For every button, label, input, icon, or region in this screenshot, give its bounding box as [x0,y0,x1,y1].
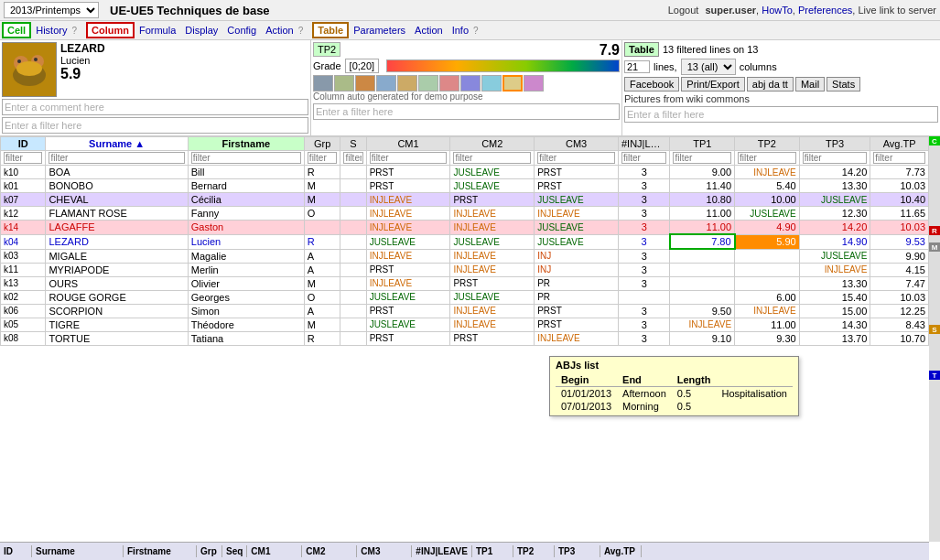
filter-id-input[interactable] [4,152,42,164]
table-cell[interactable]: INJLEAVE [450,304,535,318]
scroll-s-indicator[interactable]: S [929,325,940,334]
table-cell[interactable]: 15.00 [799,304,870,318]
table-cell[interactable]: INJLEAVE [450,221,535,235]
table-cell[interactable]: k06 [1,304,46,318]
table-cell[interactable]: 7.47 [870,276,929,290]
filter-tp1-input[interactable] [673,152,731,164]
table-cell[interactable]: PRST [366,263,450,276]
table-cell[interactable]: 3 [618,318,669,331]
table-cell[interactable] [735,249,800,263]
table-cell[interactable]: 13.30 [799,276,870,290]
table-cell[interactable]: 5.40 [735,179,800,193]
table-cell[interactable]: JUSLEAVE [535,193,619,207]
lines-num-input[interactable] [624,60,650,73]
table-cell[interactable]: k12 [1,207,46,221]
print-button[interactable]: Print/Export [681,77,744,92]
formula-menu-item[interactable]: Formula [135,24,180,37]
table-cell[interactable] [340,276,366,290]
table-row[interactable]: k03MIGALEMagalieAINJLEAVEINJLEAVEINJ3JUS… [1,249,929,263]
table-cell[interactable]: 14.20 [799,166,870,179]
table-cell[interactable]: 11.65 [870,207,929,221]
table-cell[interactable]: JUSLEAVE [535,221,619,235]
table-cell[interactable]: INJLEAVE [450,263,535,276]
facebook-button[interactable]: Facebook [624,77,679,92]
table-cell[interactable]: ROUGE GORGE [46,290,188,304]
table-cell[interactable]: Fanny [188,207,304,221]
table-cell[interactable] [670,263,735,276]
table-cell[interactable]: TIGRE [46,318,188,331]
table-cell[interactable]: 12.30 [799,207,870,221]
table-cell[interactable]: PRST [450,331,535,345]
table-cell[interactable]: 3 [618,221,669,235]
table-cell[interactable]: O [304,290,340,304]
table-cell[interactable]: FLAMANT ROSE [46,207,188,221]
table-cell[interactable]: JUSLEAVE [799,249,870,263]
table-cell[interactable]: k05 [1,318,46,331]
help1-icon[interactable]: ? [71,26,77,36]
table-cell[interactable]: M [304,318,340,331]
table-cell[interactable]: PRST [366,166,450,179]
table-cell[interactable]: 3 [618,331,669,345]
table-cell[interactable]: 10.00 [735,193,800,207]
action2-menu-item[interactable]: Action [410,24,448,37]
table-cell[interactable]: 10.80 [670,193,735,207]
table-cell[interactable]: MYRIAPODE [46,263,188,276]
table-cell[interactable]: A [304,263,340,276]
table-cell[interactable]: PRST [366,331,450,345]
preferences-link[interactable]: Preferences [798,5,852,16]
table-cell[interactable]: Simon [188,304,304,318]
table-row[interactable]: k06SCORPIONSimonAPRSTINJLEAVEPRST39.50IN… [1,304,929,318]
table-cell[interactable]: INJLEAVE [366,221,450,235]
table-cell[interactable]: 6.00 [735,290,800,304]
table-cell[interactable]: Théodore [188,318,304,331]
table-cell[interactable]: INJLEAVE [450,207,535,221]
table-cell[interactable]: PRST [366,304,450,318]
table-scroll[interactable]: ID Surname ▲ Firstname Grp S CM1 CM2 CM3… [0,136,929,560]
table-cell[interactable]: JUSLEAVE [450,179,535,193]
table-cell[interactable]: PRST [535,179,619,193]
table-cell[interactable]: k04 [1,234,46,249]
table-cell[interactable]: 11.00 [670,221,735,235]
table-cell[interactable]: R [304,331,340,345]
table-cell[interactable]: Cécilia [188,193,304,207]
parameters-menu-item[interactable]: Parameters [349,24,410,37]
table-cell[interactable]: INJLEAVE [735,304,800,318]
filter-box-right[interactable]: Enter a filter here [624,106,938,123]
table-cell[interactable] [670,290,735,304]
table-cell[interactable]: TORTUE [46,331,188,345]
table-cell[interactable] [340,290,366,304]
table-cell[interactable]: JUSLEAVE [366,234,450,249]
table-cell[interactable] [340,249,366,263]
table-cell[interactable]: PR [535,290,619,304]
table-cell[interactable]: INJLEAVE [799,263,870,276]
table-cell[interactable]: k07 [1,193,46,207]
table-cell[interactable]: 4.15 [870,263,929,276]
table-cell[interactable]: MIGALE [46,249,188,263]
table-cell[interactable] [340,207,366,221]
table-cell[interactable]: CHEVAL [46,193,188,207]
table-cell[interactable]: INJLEAVE [366,249,450,263]
table-cell[interactable]: INJLEAVE [366,276,450,290]
table-cell[interactable]: 9.30 [735,331,800,345]
table-cell[interactable]: Olivier [188,276,304,290]
table-cell[interactable]: INJLEAVE [366,193,450,207]
table-cell[interactable]: INJLEAVE [670,318,735,331]
scroll-r-indicator[interactable]: R [929,226,940,235]
filter-s-input[interactable] [343,152,362,164]
cell-button[interactable]: Cell [2,22,31,38]
table-row[interactable]: k10BOABillRPRSTJUSLEAVEPRST39.00INJLEAVE… [1,166,929,179]
table-cell[interactable]: 9.50 [670,304,735,318]
table-cell[interactable]: BONOBO [46,179,188,193]
table-cell[interactable]: 3 [618,249,669,263]
table-cell[interactable]: INJLEAVE [450,249,535,263]
table-cell[interactable]: PR [535,276,619,290]
table-cell[interactable]: k03 [1,249,46,263]
table-cell[interactable]: JUSLEAVE [799,193,870,207]
table-cell[interactable] [670,249,735,263]
table-cell[interactable] [340,304,366,318]
table-cell[interactable] [340,234,366,249]
table-cell[interactable]: 9.53 [870,234,929,249]
help3-icon[interactable]: ? [473,26,479,36]
table-cell[interactable]: 7.80 [670,234,735,249]
table-cell[interactable]: INJLEAVE [450,318,535,331]
